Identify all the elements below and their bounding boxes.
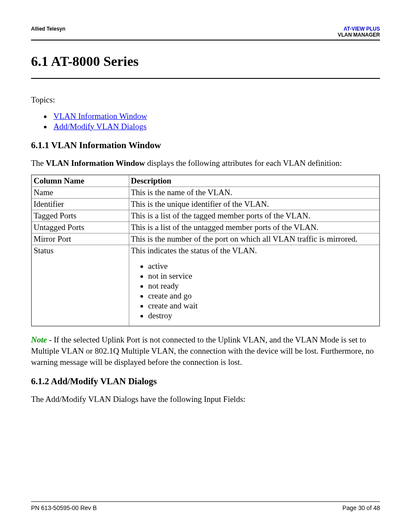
topics-label: Topics: xyxy=(31,94,380,106)
table-header-row: Column Name Description xyxy=(31,175,380,187)
table-cell-col: Mirror Port xyxy=(31,233,129,245)
intro-bold-term: VLAN Information Window xyxy=(46,159,145,168)
subsection-heading-612: 6.1.2 Add/Modify VLAN Dialogs xyxy=(31,376,380,387)
table-cell-desc: This is the name of the VLAN. xyxy=(129,187,380,199)
status-desc-intro: This indicates the status of the VLAN. xyxy=(131,246,257,255)
table-cell-desc: This is the unique identifier of the VLA… xyxy=(129,199,380,210)
link-add-modify-vlan[interactable]: Add/Modify VLAN Dialogs xyxy=(53,122,146,131)
table-cell-status-desc: This indicates the status of the VLAN. a… xyxy=(129,245,380,327)
header-product: AT-VIEW PLUS VLAN MANAGER xyxy=(338,26,380,38)
status-value: not in service xyxy=(148,271,377,281)
section-title: 6.1 AT-8000 Series xyxy=(31,53,380,69)
intro-pre: The xyxy=(31,159,46,168)
table-cell-desc: This is a list of the untagged member po… xyxy=(129,222,380,233)
table-cell-col: Name xyxy=(31,187,129,199)
footer-page-number: Page 30 of 48 xyxy=(342,504,380,511)
table-row: Mirror Port This is the number of the po… xyxy=(31,233,380,245)
status-value: active xyxy=(148,261,377,271)
status-value: destroy xyxy=(148,311,377,320)
note-label: Note xyxy=(31,335,47,344)
header-company: Allied Telesyn xyxy=(31,26,65,32)
note-paragraph: Note - If the selected Uplink Port is no… xyxy=(31,334,380,367)
intro-post: displays the following attributes for ea… xyxy=(145,159,342,168)
subsection-heading-611: 6.1.1 VLAN Information Window xyxy=(31,140,380,151)
footer-row: PN 613-50595-00 Rev B Page 30 of 48 xyxy=(31,504,380,511)
topic-list-item: Add/Modify VLAN Dialogs xyxy=(52,122,380,131)
table-row: Identifier This is the unique identifier… xyxy=(31,199,380,210)
table-row: Tagged Ports This is a list of the tagge… xyxy=(31,210,380,222)
document-page: Allied Telesyn AT-VIEW PLUS VLAN MANAGER… xyxy=(0,0,411,532)
section-title-divider xyxy=(31,78,380,79)
status-value: create and go xyxy=(148,291,377,301)
table-row-status: Status This indicates the status of the … xyxy=(31,245,380,327)
header-divider xyxy=(31,40,380,40)
table-header-column-name: Column Name xyxy=(31,175,129,187)
status-values-list: active not in service not ready create a… xyxy=(131,261,377,320)
table-cell-col: Status xyxy=(31,245,129,327)
table-header-description: Description xyxy=(129,175,380,187)
status-value: not ready xyxy=(148,281,377,291)
link-vlan-info-window[interactable]: VLAN Information Window xyxy=(53,112,147,121)
subsection-612-intro: The Add/Modify VLAN Dialogs have the fol… xyxy=(31,394,380,405)
table-row: Untagged Ports This is a list of the unt… xyxy=(31,222,380,233)
header-product-module: VLAN MANAGER xyxy=(338,32,380,38)
table-cell-desc: This is the number of the port on which … xyxy=(129,233,380,245)
table-cell-col: Tagged Ports xyxy=(31,210,129,222)
table-row: Name This is the name of the VLAN. xyxy=(31,187,380,199)
note-body: - If the selected Uplink Port is not con… xyxy=(31,335,374,366)
subsection-611-intro: The VLAN Information Window displays the… xyxy=(31,158,380,169)
header-product-name: AT-VIEW PLUS xyxy=(338,26,380,32)
table-cell-col: Untagged Ports xyxy=(31,222,129,233)
topics-list: VLAN Information Window Add/Modify VLAN … xyxy=(31,112,380,131)
page-header: Allied Telesyn AT-VIEW PLUS VLAN MANAGER xyxy=(31,26,380,38)
table-cell-desc: This is a list of the tagged member port… xyxy=(129,210,380,222)
footer-divider xyxy=(31,501,380,502)
status-value: create and wait xyxy=(148,301,377,311)
page-footer: PN 613-50595-00 Rev B Page 30 of 48 xyxy=(31,501,380,511)
table-cell-col: Identifier xyxy=(31,199,129,210)
footer-part-number: PN 613-50595-00 Rev B xyxy=(31,504,97,511)
vlan-attributes-table: Column Name Description Name This is the… xyxy=(31,174,380,327)
topic-list-item: VLAN Information Window xyxy=(52,112,380,121)
